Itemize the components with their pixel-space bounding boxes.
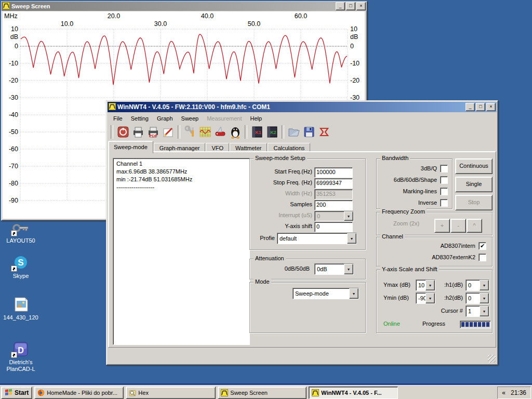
chevron-down-icon[interactable]: ▼ [480,293,489,303]
edit-pen-icon[interactable] [161,125,175,139]
samples-input[interactable]: 200 [314,200,353,210]
stop-freq-hz--input[interactable]: 69999347 [314,178,353,189]
toolbar-separator [178,125,180,139]
chevron-down-icon[interactable]: ▼ [480,280,489,290]
desktop-icon-layout50[interactable]: LAYOUT50 [1,219,41,244]
print-icon[interactable] [131,125,145,139]
chevron-down-icon[interactable]: ▼ [425,293,435,303]
desktop-icon-label: LAYOUT50 [1,237,41,244]
print-pdf-icon[interactable]: PDF [146,125,160,139]
menu-setting[interactable]: Setting [127,114,152,123]
svg-text:MHz: MHz [4,12,18,20]
tray-chevron[interactable]: « [502,389,506,396]
taskbar-button-homemade-pliki-do-pobr-[interactable]: HomeMade - Pliki do pobr... [34,387,124,399]
marking-lines-label: Marking-lines [377,188,437,194]
6db-60db-shape-label: 6dB/60dB/Shape [377,177,437,183]
tools-icon[interactable] [183,125,197,139]
chevron-down-icon[interactable]: ▼ [349,288,358,299]
width-hz--label: Width (Hz) [251,190,312,196]
progress-segments [461,322,489,327]
ymin-combo[interactable]: -90▼ [416,292,435,304]
group-legend: Bandwidth [380,155,410,161]
book-k2-icon[interactable]: K2 [265,125,279,139]
save-floppy-icon[interactable] [302,125,316,139]
ymax-combo[interactable]: 10▼ [416,280,435,291]
winnwt-curve-icon [109,103,116,111]
inverse-checkbox[interactable] [440,199,448,207]
stop-freq-hz--label: Stop Freq. (Hz) [251,179,312,185]
svg-text:dB: dB [10,33,18,41]
channel-info-listbox[interactable]: Channel 1 max:6.96dB 38.386577MHz min :-… [113,158,250,345]
svg-text:PDF: PDF [149,134,157,138]
graph-setup-icon[interactable] [198,125,212,139]
chevron-down-icon[interactable]: ▼ [347,233,356,244]
samples-label: Samples [251,201,312,207]
taskbar-button-sweep-screen[interactable]: Sweep Screen [218,387,307,399]
ad8307intern-checkbox[interactable]: ✔ [478,242,486,250]
desktop-icon-label: Dietrich's PlanCAD-L [1,359,41,373]
desktop-icon-144-430-120[interactable]: 144_430_120 [1,296,41,321]
sweep-minimize-button[interactable]: _ [336,2,345,10]
cursor-combo[interactable]: 1▼ [466,305,489,317]
winnwt-window-title: WinNWT4 - V.4.05 - FW:2.110:V00 - hfm9.h… [117,103,464,111]
desktop-icon-skype[interactable]: SSkype [1,255,41,280]
ymin-label: Ymin (dB) [383,295,409,301]
chevron-down-icon[interactable]: ▼ [425,280,435,290]
profile-combo[interactable]: default ▼ [277,233,357,244]
windows-flag-icon [5,388,13,397]
taskbar-button-hex[interactable]: Hex [126,387,216,399]
y-axis-shift-input[interactable]: 0 [314,222,353,232]
resize-grip[interactable] [488,355,496,363]
attenuation-combo[interactable]: 0dB ▼ [314,263,354,275]
desktop-icon-dietrich-s-plancad-l[interactable]: DDietrich's PlanCAD-L [1,341,41,373]
svg-text:-50: -50 [9,128,18,136]
width-hz--input[interactable]: 351253 [314,189,353,200]
winnwt-minimize-button[interactable]: _ [466,103,475,111]
tab-sweep-mode[interactable]: Sweep-mode [108,141,153,153]
taskbar-button-winnwt4-v-4-05-f-[interactable]: WinNWT4 - V.4.05 - F... [309,387,398,399]
winnwt-titlebar[interactable]: WinNWT4 - V.4.05 - FW:2.110:V00 - hfm9.h… [108,102,497,112]
start-freq-hz--input[interactable]: 100000 [314,167,353,178]
book-k1-icon[interactable]: K1 [250,125,264,139]
menu-graph[interactable]: Graph [153,114,177,123]
sh1-combo[interactable]: 0▼ [466,280,489,291]
winnwt-window: WinNWT4 - V.4.05 - FW:2.110:V00 - hfm9.h… [106,100,498,365]
menu-measurement: Measurement [203,114,245,123]
marking-lines-checkbox[interactable] [440,188,448,195]
svg-text:D: D [18,346,24,355]
zoom-in-button[interactable]: + [434,219,450,233]
menu-sweep[interactable]: Sweep [178,114,203,123]
svg-text:S: S [18,258,23,268]
chevron-down-icon[interactable]: ▼ [480,306,489,316]
ad8307externk2-checkbox[interactable] [478,254,486,261]
mode-combo[interactable]: Sweep-mode ▼ [292,288,359,299]
sh2-combo[interactable]: 0▼ [466,292,489,304]
sweep-screen-titlebar[interactable]: Sweep Screen _□× [2,2,367,11]
single-button[interactable]: Single [455,177,493,192]
swiss-knife-icon[interactable] [213,125,227,139]
svg-text:-30: -30 [9,94,18,101]
3db-q-checkbox[interactable] [440,165,448,172]
power-icon[interactable] [116,125,130,139]
zoom-out-button[interactable]: - [450,219,466,233]
svg-text:-40: -40 [9,111,18,118]
6db-60db-shape-checkbox[interactable] [440,176,448,184]
winnwt-maximize-button[interactable]: □ [476,103,485,111]
chevron-down-icon[interactable]: ▼ [344,211,353,221]
menu-file[interactable]: File [110,114,126,123]
interrupt-us--label: Interrupt (uS) [251,212,312,218]
interrupt-us--combo[interactable]: 0▼ [314,211,354,221]
continuous-button[interactable]: Continuous [455,158,493,174]
open-folder-icon[interactable] [287,125,301,139]
winnwt-close-button[interactable]: × [486,103,496,111]
start-button[interactable]: Start [1,387,32,399]
disconnect-icon[interactable] [317,125,331,139]
sweep-maximize-button[interactable]: □ [346,2,355,10]
zoom-up-button[interactable]: ^ [467,219,482,233]
shortcut-arrow-icon [11,352,17,358]
linux-penguin-icon[interactable] [228,125,242,139]
sweep-close-button[interactable]: × [356,2,366,10]
chevron-down-icon[interactable]: ▼ [344,264,353,274]
menu-help[interactable]: Help [246,114,265,123]
channel-separator-line: -------------------- [116,183,246,191]
